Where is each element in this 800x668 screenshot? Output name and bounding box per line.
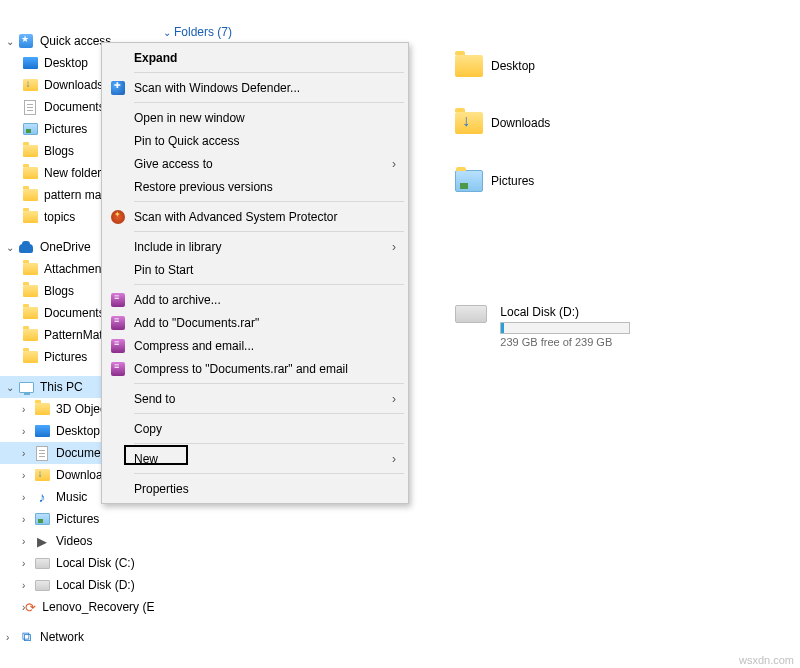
music-icon: ♪ [34,489,50,505]
folder-item-pictures[interactable]: Pictures [455,170,575,192]
onedrive-icon [18,239,34,255]
document-icon [22,99,38,115]
drive-usage-bar [500,322,630,334]
folders-header[interactable]: ⌄Folders (7) [163,24,232,39]
drive-icon [455,305,487,323]
drive-icon [34,577,50,593]
recovery-icon: ⟳ [25,599,36,615]
folder-item-downloads[interactable]: Downloads [455,112,575,134]
drive-name: Local Disk (D:) [500,305,630,319]
menu-give-access[interactable]: Give access to› [104,152,406,175]
context-menu: Expand Scan with Windows Defender... Ope… [101,42,409,504]
folder-icon [22,349,38,365]
downloads-folder-icon [455,112,483,134]
chevron-right-icon: › [22,536,34,547]
chevron-right-icon: › [6,632,18,643]
chevron-right-icon: › [22,448,34,459]
downloads-icon [34,467,50,483]
sidebar-item-drive-c[interactable]: ›Local Disk (C:) [0,552,155,574]
pc-icon [18,379,34,395]
separator [134,284,404,285]
menu-scan-asp[interactable]: Scan with Advanced System Protector [104,205,406,228]
desktop-icon [34,423,50,439]
chevron-right-icon: › [22,514,34,525]
folder-icon [455,55,483,77]
folder-icon [34,401,50,417]
menu-pin-start[interactable]: Pin to Start [104,258,406,281]
menu-compress-email[interactable]: Compress and email... [104,334,406,357]
folder-icon [22,261,38,277]
sidebar-item-pc-pictures[interactable]: ›Pictures [0,508,155,530]
asp-icon [110,209,126,225]
folder-icon [22,283,38,299]
menu-open-new-window[interactable]: Open in new window [104,106,406,129]
chevron-down-icon: ⌄ [6,242,18,253]
folder-icon [22,327,38,343]
winrar-icon [110,338,126,354]
separator [134,473,404,474]
network-icon: ⧉ [18,629,34,645]
separator [134,413,404,414]
submenu-arrow-icon: › [392,392,396,406]
folder-item-desktop[interactable]: Desktop [455,55,575,77]
chevron-right-icon: › [22,492,34,503]
separator [134,443,404,444]
menu-scan-defender[interactable]: Scan with Windows Defender... [104,76,406,99]
submenu-arrow-icon: › [392,240,396,254]
separator [134,231,404,232]
drive-item-d[interactable]: Local Disk (D:) 239 GB free of 239 GB [455,305,630,348]
pictures-folder-icon [455,170,483,192]
star-icon [18,33,34,49]
menu-add-archive[interactable]: Add to archive... [104,288,406,311]
menu-include-library[interactable]: Include in library› [104,235,406,258]
document-icon [34,445,50,461]
winrar-icon [110,292,126,308]
folder-icon [22,209,38,225]
video-icon: ▶ [34,533,50,549]
menu-add-rar[interactable]: Add to "Documents.rar" [104,311,406,334]
pictures-icon [22,121,38,137]
sidebar-item-lenovo[interactable]: ›⟳Lenovo_Recovery (E:) [0,596,155,618]
chevron-down-icon: ⌄ [6,382,18,393]
separator [134,201,404,202]
separator [134,72,404,73]
desktop-icon [22,55,38,71]
separator [134,102,404,103]
chevron-right-icon: › [22,404,34,415]
watermark: wsxdn.com [739,654,794,666]
chevron-right-icon: › [22,580,34,591]
folder-icon [22,305,38,321]
winrar-icon [110,315,126,331]
sidebar-item-drive-d[interactable]: ›Local Disk (D:) [0,574,155,596]
winrar-icon [110,361,126,377]
menu-compress-rar-email[interactable]: Compress to "Documents.rar" and email [104,357,406,380]
sidebar-network[interactable]: › ⧉ Network [0,626,155,648]
folder-icon [22,187,38,203]
separator [134,383,404,384]
menu-pin-quick-access[interactable]: Pin to Quick access [104,129,406,152]
submenu-arrow-icon: › [392,157,396,171]
menu-new[interactable]: New› [104,447,406,470]
folder-icon [22,143,38,159]
menu-send-to[interactable]: Send to› [104,387,406,410]
drive-icon [34,555,50,571]
downloads-icon [22,77,38,93]
menu-copy[interactable]: Copy [104,417,406,440]
chevron-right-icon: › [22,470,34,481]
submenu-arrow-icon: › [392,452,396,466]
menu-expand[interactable]: Expand [104,46,406,69]
folder-icon [22,165,38,181]
chevron-down-icon: ⌄ [6,36,18,47]
shield-icon [110,80,126,96]
menu-properties[interactable]: Properties [104,477,406,500]
pictures-icon [34,511,50,527]
chevron-right-icon: › [22,426,34,437]
chevron-right-icon: › [22,558,34,569]
sidebar-item-videos[interactable]: ›▶Videos [0,530,155,552]
menu-restore-versions[interactable]: Restore previous versions [104,175,406,198]
chevron-down-icon: ⌄ [163,27,171,38]
drive-free-text: 239 GB free of 239 GB [500,336,630,348]
